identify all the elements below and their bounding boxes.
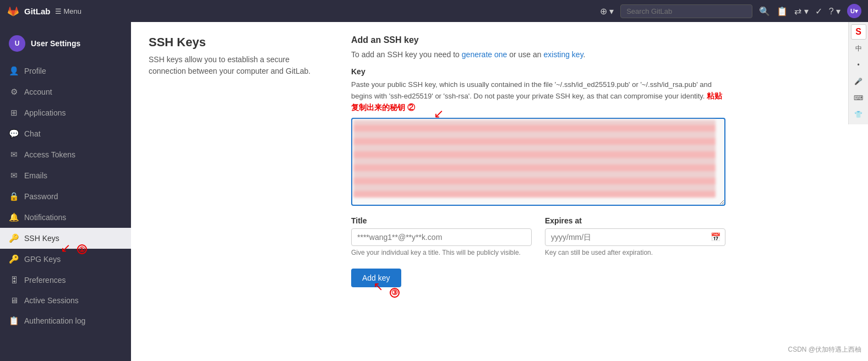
sidebar-item-auth-log[interactable]: 📋 Authentication log [0, 310, 131, 331]
sidebar-item-label: Account [24, 87, 52, 96]
search-input[interactable] [620, 4, 752, 18]
issues-icon[interactable]: ✓ [815, 6, 822, 17]
gitlab-logo-icon [7, 4, 20, 18]
navbar-actions: ⊕ ▾ 🔍 📋 ⇄ ▾ ✓ ? ▾ U▾ [600, 4, 861, 18]
existing-key-link[interactable]: existing key [544, 50, 583, 59]
notifications-icon: 🔔 [9, 212, 19, 222]
sidebar-item-account[interactable]: ⚙ Account [0, 81, 131, 102]
account-icon: ⚙ [9, 87, 19, 97]
todo-icon[interactable]: 📋 [777, 6, 788, 17]
sidebar-item-label: Notifications [24, 213, 66, 222]
user-avatar[interactable]: U▾ [847, 4, 861, 18]
key-help: Paste your public SSH key, which is usua… [351, 79, 725, 113]
page-title: SSH Keys [149, 35, 325, 50]
circle-3: ③ [390, 288, 400, 298]
sidebar-item-notifications[interactable]: 🔔 Notifications [0, 207, 131, 228]
brand-name: GitLab [24, 7, 51, 16]
sidebar-header: U User Settings [0, 31, 131, 61]
search-icon[interactable]: 🔍 [759, 6, 770, 17]
expires-help: Key can still be used after expiration. [545, 248, 725, 258]
sidebar-item-label: Access Tokens [24, 150, 75, 159]
main-content: SSH Keys SSH keys allow you to establish… [131, 22, 868, 361]
ssh-keys-icon: 🔑 [9, 233, 19, 243]
sidebar-item-ssh-keys[interactable]: 🔑 SSH Keys ↙ ① [0, 228, 131, 249]
sidebar-item-applications[interactable]: ⊞ Applications [0, 102, 131, 123]
key-textarea[interactable] [351, 118, 725, 206]
expires-label: Expires at [545, 216, 725, 225]
form-row-title-expires: Title Give your individual key a title. … [351, 216, 725, 258]
sidebar-item-label: Emails [24, 171, 47, 180]
preferences-icon: 🎛 [9, 275, 19, 285]
password-icon: 🔒 [9, 192, 19, 201]
chat-icon: 💬 [9, 129, 19, 139]
active-sessions-icon: 🖥 [9, 296, 19, 305]
emails-icon: ✉ [9, 171, 19, 180]
sidebar-item-label: SSH Keys [24, 234, 59, 243]
page-layout: U User Settings 👤 Profile ⚙ Account ⊞ Ap… [0, 22, 868, 361]
rt-btn-zh[interactable]: 中 [851, 41, 866, 56]
sidebar-item-label: GPG Keys [24, 255, 61, 264]
help-icon[interactable]: ? ▾ [829, 6, 840, 17]
key-label: Key [351, 67, 725, 76]
sidebar-item-access-tokens[interactable]: ✉ Access Tokens [0, 144, 131, 165]
sidebar-item-label: Password [24, 192, 58, 201]
title-label: Title [351, 216, 532, 225]
sidebar-item-preferences[interactable]: 🎛 Preferences [0, 270, 131, 290]
add-section-desc: To add an SSH key you need to generate o… [351, 48, 725, 61]
user-sidebar-avatar: U [9, 35, 25, 52]
add-section-title: Add an SSH key [351, 35, 725, 45]
navbar: GitLab ☰ Menu ⊕ ▾ 🔍 📋 ⇄ ▾ ✓ ? ▾ U▾ [0, 0, 868, 22]
calendar-icon[interactable]: 📅 [711, 232, 721, 242]
rt-btn-shirt[interactable]: 👕 [851, 107, 866, 122]
gitlab-brand[interactable]: GitLab [7, 4, 51, 18]
rt-btn-s[interactable]: S [851, 24, 866, 40]
sidebar-item-label: Profile [24, 67, 46, 75]
add-key-wrapper: Add key ↖ ③ [351, 258, 401, 287]
hamburger-icon: ☰ [55, 7, 62, 15]
sidebar-item-gpg-keys[interactable]: 🔑 GPG Keys [0, 249, 131, 270]
right-toolbar: S 中 • 🎤 ⌨ 👕 [848, 22, 868, 124]
merge-request-icon[interactable]: ⇄ ▾ [794, 6, 808, 17]
watermark: CSDN @伏加特遇上西柚 [788, 345, 861, 354]
expires-group: Expires at 📅 Key can still be used after… [545, 216, 725, 258]
rt-btn-dot[interactable]: • [851, 57, 866, 73]
sidebar: U User Settings 👤 Profile ⚙ Account ⊞ Ap… [0, 22, 131, 361]
sidebar-item-emails[interactable]: ✉ Emails [0, 165, 131, 186]
menu-button[interactable]: ☰ Menu [55, 7, 82, 15]
sidebar-item-label: Chat [24, 129, 41, 138]
rt-btn-kbd[interactable]: ⌨ [851, 90, 866, 106]
title-input[interactable] [351, 228, 532, 246]
sidebar-item-password[interactable]: 🔒 Password [0, 186, 131, 207]
sidebar-item-label: Preferences [24, 276, 65, 285]
add-section: Add an SSH key To add an SSH key you nee… [351, 35, 725, 61]
add-key-button[interactable]: Add key [351, 269, 401, 287]
gpg-keys-icon: 🔑 [9, 254, 19, 264]
sidebar-item-label: Authentication log [24, 316, 85, 325]
rt-btn-mic[interactable]: 🎤 [851, 74, 866, 89]
access-tokens-icon: ✉ [9, 150, 19, 160]
title-help: Give your individual key a title. This w… [351, 248, 532, 258]
generate-one-link[interactable]: generate one [462, 50, 507, 59]
expires-input[interactable] [545, 228, 725, 246]
sidebar-item-chat[interactable]: 💬 Chat [0, 123, 131, 144]
title-group: Title Give your individual key a title. … [351, 216, 532, 258]
auth-log-icon: 📋 [9, 316, 19, 326]
key-textarea-wrapper: ↙ [351, 118, 725, 207]
sidebar-item-label: Applications [24, 108, 66, 117]
new-item-icon[interactable]: ⊕ ▾ [600, 6, 614, 17]
applications-icon: ⊞ [9, 108, 19, 118]
sidebar-item-profile[interactable]: 👤 Profile [0, 61, 131, 81]
ssh-key-form: Add an SSH key To add an SSH key you nee… [351, 35, 725, 287]
sidebar-title: User Settings [31, 39, 80, 48]
sidebar-item-label: Active Sessions [24, 296, 79, 305]
expires-input-wrapper: 📅 [545, 228, 725, 246]
profile-icon: 👤 [9, 66, 19, 76]
sidebar-item-active-sessions[interactable]: 🖥 Active Sessions [0, 290, 131, 310]
page-description: SSH keys allow you to establish a secure… [149, 54, 325, 77]
